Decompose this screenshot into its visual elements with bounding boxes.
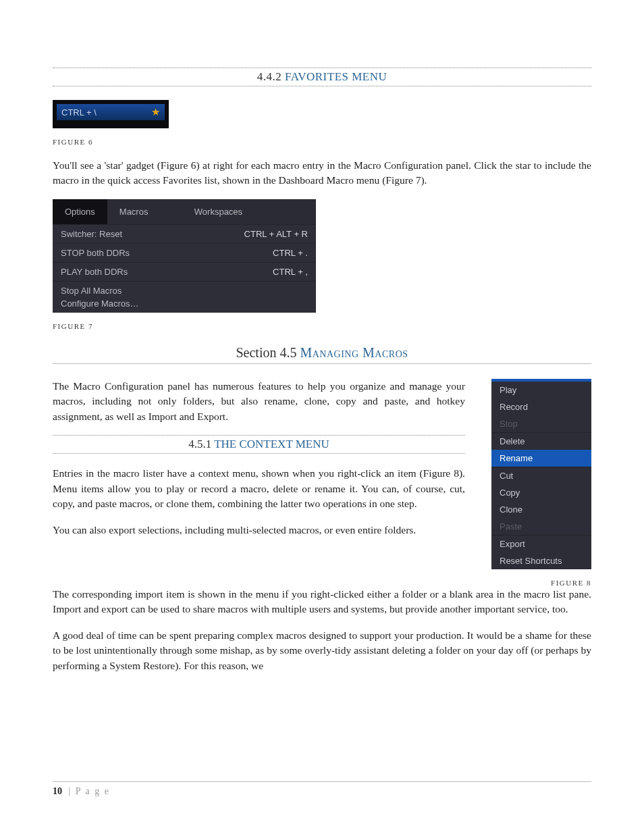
ctx-paste: Paste <box>491 518 591 535</box>
macro-menu-item[interactable]: Switcher: Reset CTRL + ALT + R <box>53 224 316 243</box>
star-icon[interactable]: ★ <box>151 106 160 118</box>
subheading-451-number: 4.5.1 <box>188 438 211 450</box>
figure-6: CTRL + \ ★ <box>53 100 169 128</box>
figure-8-caption: FIGURE 8 <box>480 579 591 587</box>
subheading-442-title: FAVORITES MENU <box>285 70 387 83</box>
macro-menu-item[interactable]: STOP both DDRs CTRL + . <box>53 243 316 262</box>
page-footer: 10 | P a g e <box>53 781 591 797</box>
macro-menu-label: Configure Macros… <box>61 298 139 309</box>
section-rule <box>53 363 591 364</box>
section-45-title: Section 4.5 Managing Macros <box>53 345 591 361</box>
macro-menu-shortcut: CTRL + , <box>273 267 308 277</box>
ctx-play[interactable]: Play <box>491 382 591 398</box>
subheading-451-title: THE CONTEXT MENU <box>214 438 329 450</box>
figure-8-wrapper: Play Record Stop Delete Rename Cut Copy … <box>480 379 591 587</box>
paragraph-1: You'll see a 'star' gadget (Figure 6) at… <box>53 158 591 188</box>
macro-menu-item[interactable]: Stop All Macros <box>53 281 316 297</box>
ctx-record[interactable]: Record <box>491 398 591 415</box>
subheading-451: 4.5.1 THE CONTEXT MENU <box>53 435 465 454</box>
paragraph-5: The corresponding import item is shown i… <box>53 587 591 617</box>
macro-menu-label: Stop All Macros <box>61 286 122 296</box>
macro-menu-label: PLAY both DDRs <box>61 267 128 277</box>
ctx-copy[interactable]: Copy <box>491 484 591 501</box>
ctx-export[interactable]: Export <box>491 535 591 552</box>
tab-macros[interactable]: Macros <box>107 199 182 224</box>
ctx-rename[interactable]: Rename <box>491 450 591 467</box>
ctx-cut[interactable]: Cut <box>491 467 591 484</box>
macro-menu-shortcut: CTRL + . <box>273 248 308 258</box>
ctx-clone[interactable]: Clone <box>491 501 591 518</box>
figure-7: Options Macros Workspaces Switcher: Rese… <box>53 199 316 313</box>
paragraph-6: A good deal of time can be spent prepari… <box>53 628 591 673</box>
shortcut-label: CTRL + \ <box>61 107 97 118</box>
section-45-name: Managing Macros <box>300 345 408 360</box>
subheading-442: 4.4.2 FAVORITES MENU <box>53 68 591 86</box>
ctx-stop: Stop <box>491 415 591 432</box>
macro-menu-item[interactable]: Configure Macros… <box>53 297 316 313</box>
page-number: 10 <box>53 786 62 796</box>
subheading-442-number: 4.4.2 <box>257 70 282 83</box>
figure-6-caption: FIGURE 6 <box>53 138 591 146</box>
macro-menu-label: Switcher: Reset <box>61 229 122 239</box>
favorite-shortcut-chip[interactable]: CTRL + \ ★ <box>57 104 165 120</box>
figure-7-caption: FIGURE 7 <box>53 322 591 330</box>
macro-menu-item[interactable]: PLAY both DDRs CTRL + , <box>53 262 316 281</box>
context-menu: Play Record Stop Delete Rename Cut Copy … <box>491 379 591 569</box>
tab-options[interactable]: Options <box>53 199 107 224</box>
page-word: P a g e <box>76 786 110 796</box>
tab-workspaces[interactable]: Workspaces <box>182 199 316 224</box>
footer-sep: | <box>65 786 76 796</box>
section-45-prefix: Section 4.5 <box>236 345 296 360</box>
macro-menu-label: STOP both DDRs <box>61 248 130 258</box>
ctx-reset-shortcuts[interactable]: Reset Shortcuts <box>491 552 591 569</box>
ctx-delete[interactable]: Delete <box>491 432 591 450</box>
macro-menu-shortcut: CTRL + ALT + R <box>244 229 308 239</box>
